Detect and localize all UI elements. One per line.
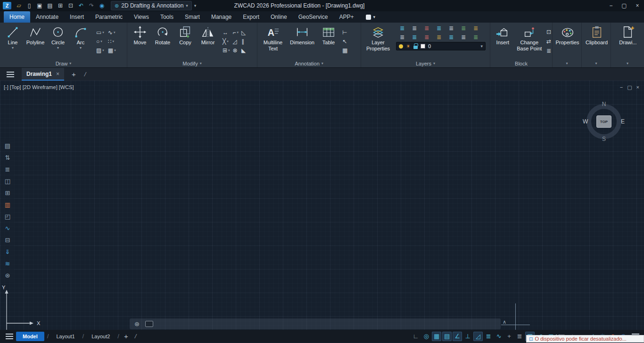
viewport-controls[interactable]: [-] [Top] [2D Wireframe] [WCS] — [4, 84, 74, 90]
ellipse-icon[interactable]: ○▾ — [96, 38, 104, 45]
layer-tool-icon[interactable]: ≣ — [396, 33, 408, 41]
drawing-canvas[interactable]: [-] [Top] [2D Wireframe] [WCS] − ▢ × N S… — [0, 81, 644, 330]
layer-tool-icon[interactable]: ≣ — [396, 24, 408, 32]
close-button[interactable]: × — [631, 0, 644, 11]
close-tab-icon[interactable]: × — [56, 71, 59, 77]
polyline-button[interactable]: Polyline — [25, 24, 46, 59]
layers-panel-name[interactable]: Layers ▾ — [361, 59, 490, 67]
group-icon[interactable]: ⊞ — [2, 188, 13, 198]
layer-tool-icon[interactable]: ≣ — [445, 33, 457, 41]
stretch-icon[interactable]: ↔ — [223, 29, 230, 36]
drawing-panel-name[interactable]: ▾ — [611, 59, 644, 67]
properties-button[interactable]: Properties — [554, 24, 580, 59]
multiline-text-button[interactable]: A Multiline Text — [259, 24, 287, 59]
region-tool-icon[interactable]: ◰ — [2, 211, 13, 221]
insert-button[interactable]: Insert — [492, 24, 513, 59]
viewport-close-button[interactable]: × — [636, 84, 639, 90]
tab-smart[interactable]: Smart — [179, 11, 206, 23]
print-icon[interactable]: ▤ — [45, 0, 55, 11]
annotation-panel-name[interactable]: Annotation ▾ — [257, 59, 361, 67]
tab-home[interactable]: Home — [4, 11, 30, 23]
layer-tool-icon[interactable]: ≣ — [408, 33, 421, 41]
snap-mode-icon[interactable]: ▤ — [442, 332, 452, 341]
properties-panel-name[interactable]: ▾ — [553, 59, 581, 67]
save-icon[interactable]: ▣ — [34, 0, 45, 11]
ortho-icon[interactable]: ⊥ — [463, 332, 472, 341]
modify-panel-name[interactable]: Modify ▾ — [127, 59, 257, 67]
trim-icon[interactable]: ╳▾ — [223, 38, 230, 45]
compass-top-cube[interactable]: TOP — [596, 115, 611, 128]
snap-icon[interactable]: ◎ — [421, 332, 431, 341]
viewport-minimize-button[interactable]: − — [620, 84, 623, 90]
workspace-extra-chevron-icon[interactable]: ▾ — [194, 3, 197, 8]
spline-icon[interactable]: ∿▾ — [108, 29, 116, 36]
file-menu-icon[interactable] — [7, 72, 14, 77]
attribute-icon[interactable]: ⇄ — [546, 38, 551, 45]
tab-manage[interactable]: Manage — [206, 11, 237, 23]
app-logo-icon[interactable]: Z — [3, 2, 11, 9]
offset-icon[interactable]: ∥ — [241, 38, 247, 45]
layer-properties-button[interactable]: Layer Properties — [363, 24, 393, 59]
new-tab-button[interactable]: + — [72, 70, 76, 78]
grid-toggle-icon[interactable]: ▦ — [432, 332, 441, 341]
point-icon[interactable]: ∷▾ — [108, 38, 116, 45]
layer-tool-icon[interactable]: ≣ — [433, 33, 445, 41]
table-button[interactable]: Table — [318, 24, 339, 59]
open-folder-icon[interactable]: ▱ — [14, 0, 24, 11]
tab-views[interactable]: Views — [128, 11, 155, 23]
window-tool-icon[interactable]: ⊟ — [2, 235, 13, 245]
export-tool-icon[interactable]: ⇓ — [2, 246, 13, 257]
redo-icon[interactable]: ↷ — [86, 0, 97, 11]
tab-annotate[interactable]: Annotate — [30, 11, 64, 23]
fillet-icon[interactable]: ⌐▾ — [233, 29, 239, 36]
pen-icon[interactable]: / — [84, 71, 86, 78]
layer-select-dropdown[interactable]: ☀ 0 ▾ — [396, 42, 486, 50]
compass-north-label[interactable]: N — [602, 101, 606, 107]
list-toggle-icon[interactable]: ≣ — [515, 332, 524, 341]
help-icon[interactable]: ◉ — [97, 0, 107, 11]
document-tab-drawing1[interactable]: Drawing1 × — [22, 68, 64, 81]
arc-button[interactable]: Arc ▾ — [70, 24, 91, 59]
tab-online[interactable]: Online — [265, 11, 293, 23]
lineweight-icon[interactable]: ≣ — [484, 332, 493, 341]
new-drawing-button[interactable]: Drawi... — [614, 24, 642, 59]
table-cell-icon[interactable]: ▦ — [342, 47, 348, 54]
leader-icon[interactable]: ↖ — [342, 38, 348, 45]
layout1-tab[interactable]: Layout1 — [51, 332, 79, 341]
tab-export[interactable]: Export — [237, 11, 265, 23]
layer-tool-icon[interactable]: ≣ — [408, 24, 421, 32]
viewport-restore-button[interactable]: ▢ — [627, 84, 632, 90]
change-base-point-button[interactable]: Change Base Point — [514, 24, 545, 59]
chamfer-icon[interactable]: ◿ — [233, 38, 239, 45]
scale-icon[interactable]: ◣ — [241, 47, 247, 54]
draw-order-icon[interactable]: ⇅ — [2, 152, 13, 163]
rotate-button[interactable]: Rotate — [152, 24, 173, 59]
tab-app-plus[interactable]: APP+ — [333, 11, 359, 23]
rectangle-icon[interactable]: ▭▾ — [96, 29, 104, 36]
command-settings-gear-icon[interactable]: ⊛ — [134, 320, 140, 327]
block-panel-name[interactable]: Block — [490, 59, 552, 67]
ribbon-display-toggle[interactable]: ▾ — [366, 15, 375, 20]
clipboard-button[interactable]: Clipboard — [584, 24, 610, 59]
compass-west-label[interactable]: W — [583, 118, 588, 125]
layer-tool-icon[interactable]: ≣ — [421, 24, 433, 32]
measure-icon[interactable]: ▥ — [2, 199, 13, 210]
clean-tool-icon[interactable]: ≋ — [2, 258, 13, 269]
layer-tool-icon[interactable]: ≣ — [457, 33, 470, 41]
layout2-tab[interactable]: Layout2 — [87, 332, 115, 341]
restore-button[interactable]: ▢ — [618, 0, 631, 11]
mirror-button[interactable]: Mirror — [197, 24, 219, 59]
region-icon[interactable]: ▦▾ — [108, 47, 116, 54]
workspace-dropdown[interactable]: ⊛ 2D Drafting & Annotation ▾ — [111, 1, 192, 10]
explode-icon[interactable]: ⊗ — [233, 47, 239, 54]
notification-popup[interactable]: ⊡ O dispositivo pode ficar desatualizado… — [526, 335, 644, 343]
settings-tool-icon[interactable]: ⊛ — [2, 270, 13, 280]
dimension-button[interactable]: Dimension — [288, 24, 317, 59]
boundary-icon[interactable]: ◫ — [2, 176, 13, 186]
command-prompt-icon[interactable] — [145, 321, 153, 327]
monitor-icon[interactable]: ⊡ — [66, 0, 76, 11]
pen-icon[interactable]: / — [135, 333, 137, 340]
polar-icon[interactable]: ∠ — [453, 332, 462, 341]
line-button[interactable]: Line ▾ — [2, 24, 24, 59]
layer-tool-icon[interactable]: ≣ — [421, 33, 433, 41]
